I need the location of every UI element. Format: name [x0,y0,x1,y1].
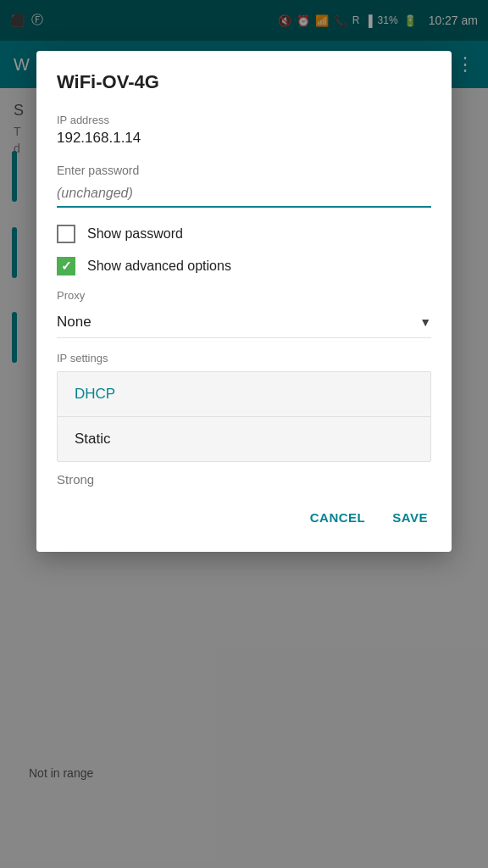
dialog-title: WiFi-OV-4G [57,71,431,93]
proxy-label: Proxy [57,289,431,302]
proxy-dropdown-arrow: ▼ [419,315,431,329]
cancel-button[interactable]: CANCEL [307,504,369,531]
show-advanced-label: Show advanced options [87,259,231,274]
ip-address-value: 192.168.1.14 [57,130,431,147]
show-password-checkbox[interactable] [57,225,75,243]
show-password-label: Show password [87,226,183,242]
show-advanced-row: Show advanced options [57,257,431,275]
ip-address-label: IP address [57,114,431,126]
show-password-row: Show password [57,225,431,243]
password-input-wrapper [57,181,431,208]
ip-option-dhcp[interactable]: DHCP [58,372,430,416]
password-input[interactable] [57,181,431,206]
wifi-dialog: WiFi-OV-4G IP address 192.168.1.14 Enter… [36,51,452,552]
ip-option-static[interactable]: Static [58,416,430,461]
show-advanced-checkbox[interactable] [57,257,75,275]
strong-label: Strong [57,472,431,487]
proxy-dropdown[interactable]: None ▼ [57,307,431,338]
proxy-value: None [57,314,92,331]
dialog-overlay: WiFi-OV-4G IP address 192.168.1.14 Enter… [0,0,488,868]
ip-settings-dropdown[interactable]: DHCP Static [57,371,431,462]
password-label: Enter password [57,164,431,177]
save-button[interactable]: SAVE [389,504,431,531]
ip-settings-label: IP settings [57,352,431,364]
dialog-buttons: CANCEL SAVE [57,504,431,531]
